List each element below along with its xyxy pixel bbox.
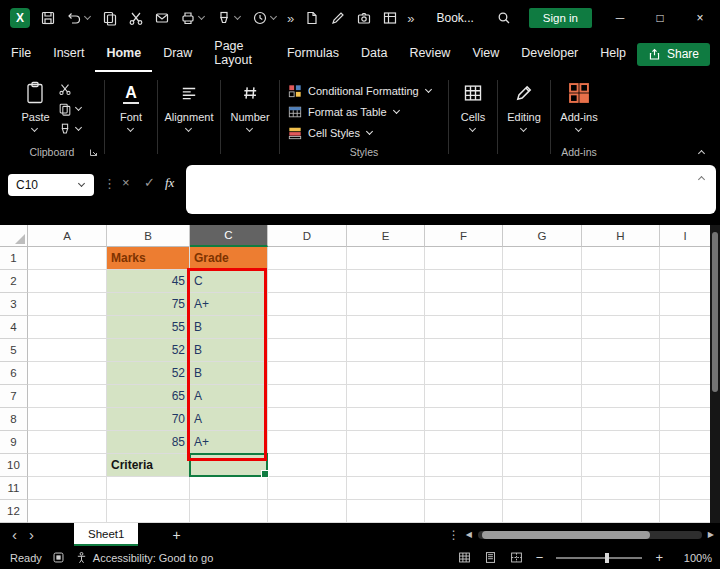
cut-button[interactable]: [58, 82, 83, 96]
new-sheet-button[interactable]: +: [172, 527, 180, 543]
zoom-out-button[interactable]: −: [536, 550, 544, 565]
column-header-d[interactable]: D: [268, 225, 347, 247]
cell[interactable]: [503, 339, 582, 362]
cell[interactable]: [503, 500, 582, 523]
cell-c1[interactable]: Grade: [190, 247, 268, 270]
tab-formulas[interactable]: Formulas: [276, 36, 350, 72]
row-header[interactable]: 4: [0, 316, 28, 339]
row-header[interactable]: 8: [0, 408, 28, 431]
tab-file[interactable]: File: [0, 36, 42, 72]
cell[interactable]: [347, 454, 425, 477]
paste-button[interactable]: Paste: [21, 80, 49, 134]
format-painter-button[interactable]: [58, 122, 83, 136]
cell[interactable]: [503, 270, 582, 293]
cell[interactable]: [660, 500, 710, 523]
sheet-tab-sheet1[interactable]: Sheet1: [74, 523, 138, 546]
cell[interactable]: [660, 431, 710, 454]
tab-home[interactable]: Home: [95, 36, 152, 72]
copy-icon[interactable]: [101, 10, 118, 27]
page-layout-view-button[interactable]: [484, 551, 497, 564]
enter-button[interactable]: ✓: [144, 175, 155, 190]
cell[interactable]: [425, 362, 503, 385]
cell[interactable]: [28, 408, 107, 431]
cell[interactable]: [425, 385, 503, 408]
cell-c10-active[interactable]: [190, 454, 268, 477]
cell[interactable]: [268, 316, 347, 339]
accessibility-status[interactable]: Accessibility: Good to go: [75, 551, 213, 564]
cell[interactable]: [660, 247, 710, 270]
cell[interactable]: [582, 247, 660, 270]
cell[interactable]: [347, 385, 425, 408]
conditional-formatting-button[interactable]: Conditional Formatting: [288, 80, 433, 101]
cell[interactable]: [347, 339, 425, 362]
cell[interactable]: [268, 431, 347, 454]
cell[interactable]: [268, 500, 347, 523]
tab-review[interactable]: Review: [398, 36, 461, 72]
cell[interactable]: [347, 408, 425, 431]
camera-icon[interactable]: [355, 10, 372, 27]
history-icon[interactable]: [251, 10, 268, 27]
cell[interactable]: [347, 247, 425, 270]
cell-b2[interactable]: 45: [107, 270, 190, 293]
row-header[interactable]: 5: [0, 339, 28, 362]
cell[interactable]: [582, 477, 660, 500]
cell[interactable]: [347, 293, 425, 316]
normal-view-button[interactable]: [458, 551, 471, 564]
cell[interactable]: [425, 408, 503, 431]
sheet-menu-icon[interactable]: ⋮: [448, 528, 460, 542]
cell[interactable]: [107, 500, 190, 523]
row-header[interactable]: 1: [0, 247, 28, 270]
cut-icon[interactable]: [127, 10, 144, 27]
zoom-slider[interactable]: [556, 557, 642, 559]
cell-b5[interactable]: 52: [107, 339, 190, 362]
cell[interactable]: [347, 477, 425, 500]
cell-b10[interactable]: Criteria: [107, 454, 190, 477]
tab-developer[interactable]: Developer: [510, 36, 589, 72]
cell[interactable]: [582, 362, 660, 385]
cell[interactable]: [425, 477, 503, 500]
cell[interactable]: [425, 431, 503, 454]
toolbar-overflow-icon[interactable]: »: [287, 11, 294, 26]
expand-formula-bar-icon[interactable]: [698, 174, 706, 182]
cell-b9[interactable]: 85: [107, 431, 190, 454]
tab-insert[interactable]: Insert: [42, 36, 95, 72]
cell[interactable]: [660, 270, 710, 293]
row-header[interactable]: 6: [0, 362, 28, 385]
chevron-down-icon[interactable]: [270, 14, 278, 22]
cell[interactable]: [268, 270, 347, 293]
cell[interactable]: [190, 477, 268, 500]
row-header[interactable]: 11: [0, 477, 28, 500]
copy-button[interactable]: [58, 102, 83, 116]
chevron-down-icon[interactable]: [198, 14, 206, 22]
cell-c7[interactable]: A: [190, 385, 268, 408]
cell[interactable]: [268, 362, 347, 385]
search-icon[interactable]: [496, 10, 513, 27]
cell[interactable]: [347, 362, 425, 385]
close-button[interactable]: ×: [680, 0, 720, 36]
cell[interactable]: [503, 316, 582, 339]
cell[interactable]: [582, 293, 660, 316]
cell[interactable]: [582, 270, 660, 293]
row-header[interactable]: 2: [0, 270, 28, 293]
cell[interactable]: [425, 247, 503, 270]
format-painter-icon[interactable]: [215, 10, 232, 27]
cell[interactable]: [28, 316, 107, 339]
cell[interactable]: [425, 270, 503, 293]
cell[interactable]: [425, 339, 503, 362]
cells-group-button[interactable]: Cells: [449, 72, 497, 162]
tab-view[interactable]: View: [461, 36, 510, 72]
maximize-button[interactable]: □: [640, 0, 680, 36]
macro-record-button[interactable]: [52, 551, 65, 564]
cell[interactable]: [425, 454, 503, 477]
cell[interactable]: [28, 454, 107, 477]
cell[interactable]: [582, 408, 660, 431]
column-header-i[interactable]: I: [660, 225, 710, 247]
cell[interactable]: [503, 293, 582, 316]
cell[interactable]: [190, 500, 268, 523]
tab-data[interactable]: Data: [350, 36, 398, 72]
row-header[interactable]: 12: [0, 500, 28, 523]
cell[interactable]: [582, 431, 660, 454]
cell[interactable]: [28, 339, 107, 362]
chevron-down-icon[interactable]: [84, 14, 92, 22]
row-header[interactable]: 3: [0, 293, 28, 316]
